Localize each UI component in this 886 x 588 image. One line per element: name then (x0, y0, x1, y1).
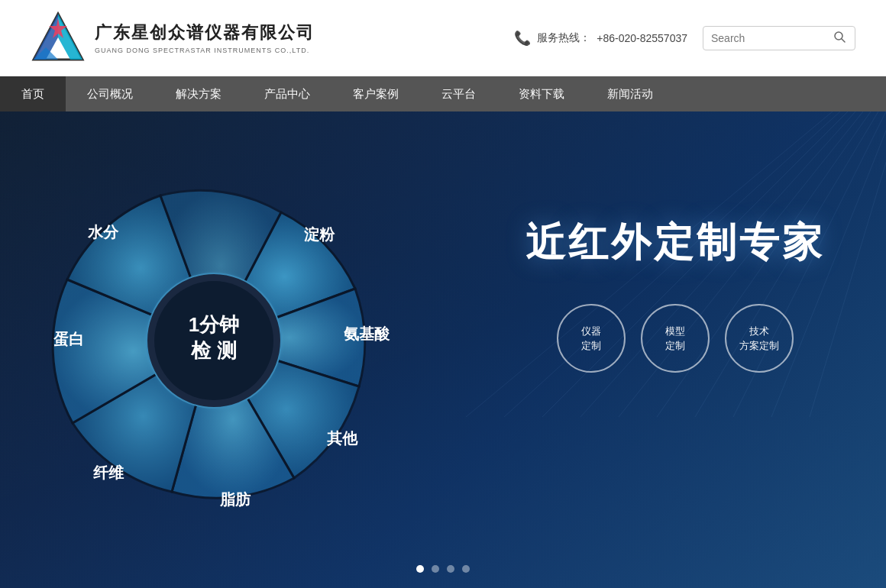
svg-text:其他: 其他 (327, 430, 358, 447)
badge-instrument[interactable]: 仪器定制 (557, 304, 626, 373)
badge-tech[interactable]: 技术方案定制 (725, 304, 794, 373)
slide-dot-4[interactable] (462, 565, 470, 573)
svg-text:检 测: 检 测 (190, 339, 236, 362)
company-logo-icon (31, 11, 86, 66)
header-right: 📞 服务热线： +86-020-82557037 (514, 26, 855, 50)
logo-area: 广东星创众谱仪器有限公司 GUANG DONG SPECTRASTAR INST… (31, 11, 315, 66)
svg-text:脂肪: 脂肪 (219, 491, 251, 508)
badge-instrument-label: 仪器定制 (581, 324, 601, 354)
nav-item-products[interactable]: 产品中心 (243, 76, 331, 111)
slide-dot-1[interactable] (416, 565, 424, 573)
company-name-en: GUANG DONG SPECTRASTAR INSTRUMENTS CO.,L… (95, 47, 315, 54)
slide-dot-3[interactable] (447, 565, 454, 573)
badge-model-label: 模型定制 (665, 324, 685, 354)
hero-badges: 仪器定制 模型定制 技术方案定制 (525, 304, 825, 373)
svg-text:淀粉: 淀粉 (304, 226, 335, 243)
badge-tech-label: 技术方案定制 (739, 324, 779, 354)
svg-line-6 (842, 39, 845, 42)
phone-number: +86-020-82557037 (597, 32, 687, 44)
hero-text-area: 近红外定制专家 仪器定制 模型定制 技术方案定制 (525, 218, 825, 373)
main-nav: 首页 公司概况 解决方案 产品中心 客户案例 云平台 资料下载 新闻活动 (0, 76, 886, 111)
header: 广东星创众谱仪器有限公司 GUANG DONG SPECTRASTAR INST… (0, 0, 886, 76)
search-icon (833, 31, 846, 43)
phone-label: 服务热线： (537, 31, 590, 45)
svg-text:纤维: 纤维 (92, 464, 124, 481)
badge-model[interactable]: 模型定制 (641, 304, 710, 373)
svg-text:蛋白: 蛋白 (53, 331, 84, 347)
search-input[interactable] (711, 32, 833, 44)
phone-area: 📞 服务热线： +86-020-82557037 (514, 30, 687, 47)
hero-main-title: 近红外定制专家 (525, 218, 825, 266)
svg-text:氨基酸: 氨基酸 (343, 325, 390, 342)
logo-text: 广东星创众谱仪器有限公司 GUANG DONG SPECTRASTAR INST… (95, 21, 315, 54)
wheel-container: 1分钟 检 测 (23, 134, 466, 577)
search-box[interactable] (703, 26, 855, 50)
detection-wheel: 1分钟 检 测 (23, 150, 405, 531)
svg-text:1分钟: 1分钟 (189, 313, 239, 336)
phone-icon: 📞 (514, 30, 531, 47)
slide-dots (416, 565, 470, 573)
slide-dot-2[interactable] (432, 565, 439, 573)
svg-text:水分: 水分 (87, 224, 119, 241)
nav-item-cases[interactable]: 客户案例 (331, 76, 420, 111)
nav-item-solutions[interactable]: 解决方案 (154, 76, 243, 111)
hero-banner: 1分钟 检 测 (0, 111, 886, 588)
nav-item-home[interactable]: 首页 (0, 76, 66, 111)
nav-item-downloads[interactable]: 资料下载 (497, 76, 586, 111)
company-name-cn: 广东星创众谱仪器有限公司 (95, 21, 315, 44)
nav-item-company[interactable]: 公司概况 (66, 76, 154, 111)
nav-item-cloud[interactable]: 云平台 (420, 76, 497, 111)
nav-item-news[interactable]: 新闻活动 (586, 76, 674, 111)
search-button[interactable] (833, 31, 846, 46)
